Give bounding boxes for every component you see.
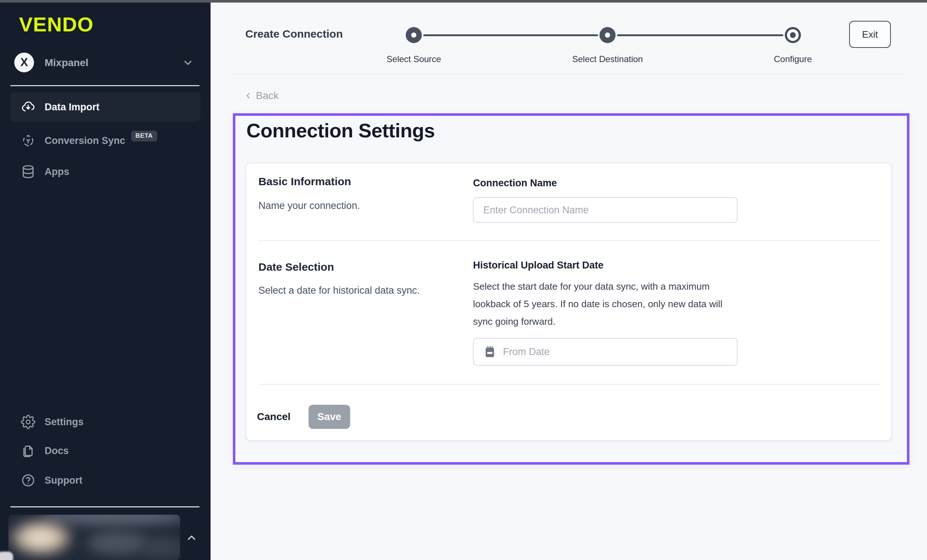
- step-dot-core: [605, 32, 610, 38]
- mixpanel-avatar: X: [14, 53, 34, 72]
- connection-name-label: Connection Name: [473, 178, 557, 189]
- step-dot-core: [411, 32, 416, 38]
- step-label-select-destination: Select Destination: [553, 54, 663, 64]
- step-dot-configure[interactable]: [785, 27, 801, 43]
- historical-upload-help-text: Select the start date for your data sync…: [473, 278, 733, 330]
- blur-blob: [87, 531, 149, 555]
- database-icon: [21, 164, 35, 179]
- workspace-name: Mixpanel: [45, 57, 88, 69]
- workspace-switcher[interactable]: [10, 50, 200, 74]
- chevron-down-icon[interactable]: [182, 57, 194, 69]
- basic-information-heading: Basic Information: [258, 175, 351, 188]
- step-connector: [617, 34, 783, 36]
- connection-name-input[interactable]: [473, 197, 738, 223]
- sidebar-item-label: Docs: [45, 445, 69, 457]
- avatar: [8, 518, 76, 558]
- back-label: Back: [256, 90, 278, 102]
- exit-button[interactable]: Exit: [849, 21, 891, 48]
- header-divider: [234, 74, 904, 74]
- sidebar-item-label: Apps: [45, 166, 70, 178]
- from-date-field[interactable]: [473, 338, 738, 366]
- chevron-up-icon[interactable]: [185, 531, 198, 544]
- sidebar-item-conversion-sync[interactable]: Conversion Sync BETA: [10, 126, 200, 155]
- sidebar-item-label: Conversion Sync: [45, 135, 125, 146]
- sidebar-divider-top: [10, 85, 199, 86]
- vendo-logo: VENDO: [19, 12, 94, 36]
- section-divider: [258, 384, 880, 385]
- step-dot-select-source[interactable]: [406, 27, 422, 43]
- calendar-icon: [483, 345, 496, 358]
- sidebar-item-settings[interactable]: Settings: [10, 407, 200, 437]
- gear-icon: [21, 414, 35, 429]
- sidebar-item-label: Settings: [45, 416, 84, 428]
- date-selection-heading: Date Selection: [258, 261, 334, 273]
- from-date-input[interactable]: [503, 338, 737, 365]
- blur-blob: [140, 537, 180, 558]
- step-dot-select-destination[interactable]: [599, 27, 615, 43]
- back-link[interactable]: Back: [243, 90, 278, 102]
- section-divider: [258, 240, 880, 241]
- beta-badge: BETA: [131, 131, 157, 141]
- date-selection-description: Select a date for historical data sync.: [258, 285, 419, 296]
- cloud-download-icon: [21, 100, 35, 114]
- sidebar-item-data-import[interactable]: Data Import: [10, 93, 200, 121]
- save-button[interactable]: Save: [308, 405, 350, 429]
- step-label-configure: Configure: [738, 54, 848, 64]
- sidebar-item-support[interactable]: Support: [10, 466, 200, 495]
- window-top-strip: [0, 0, 927, 3]
- user-account-blurred[interactable]: [8, 515, 180, 560]
- sidebar-divider-bottom: [10, 506, 199, 507]
- step-connector: [423, 34, 598, 36]
- step-dot-core: [790, 32, 796, 38]
- sidebar-item-label: Data Import: [45, 102, 99, 113]
- sidebar-item-apps[interactable]: Apps: [10, 157, 200, 186]
- step-label-select-source: Select Source: [359, 54, 469, 64]
- app-root: VENDO X Mixpanel Data Import: [0, 0, 927, 560]
- help-circle-icon: [21, 473, 35, 488]
- panel-title: Connection Settings: [246, 119, 435, 142]
- cancel-button[interactable]: Cancel: [257, 405, 290, 429]
- sidebar-item-docs[interactable]: Docs: [10, 436, 200, 465]
- docs-icon: [21, 443, 35, 458]
- basic-information-description: Name your connection.: [258, 200, 360, 211]
- sidebar-item-label: Support: [45, 475, 82, 486]
- page-title: Create Connection: [245, 28, 343, 40]
- blurred-corner-shape: [0, 552, 13, 560]
- sidebar: VENDO X Mixpanel Data Import: [0, 0, 211, 560]
- conversion-sync-icon: [21, 134, 35, 148]
- chevron-left-icon: [243, 91, 253, 100]
- historical-upload-start-date-label: Historical Upload Start Date: [473, 260, 603, 271]
